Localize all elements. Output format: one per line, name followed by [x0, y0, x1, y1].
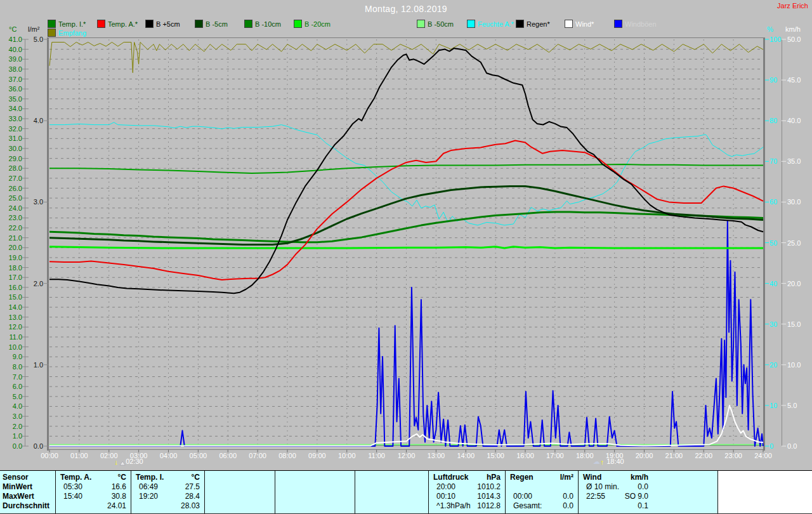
legend-item-empfang: Empfang: [48, 29, 86, 37]
axis-tick-label: 19.0: [9, 254, 22, 261]
event-marker-time: 18:40: [606, 458, 624, 465]
axis-tick-label: 23:00: [724, 452, 742, 459]
table-cell-temp_i: 06:4927.5: [131, 482, 204, 491]
axis-tick-label: 14.0: [9, 303, 22, 311]
temp-axis-unit: °C: [9, 25, 16, 33]
table-col-empty2: [275, 471, 355, 513]
axis-tick-label: 15:00: [487, 452, 504, 459]
axis-tick-label: 35.0: [787, 157, 801, 165]
axis-tick-label: 21.0: [9, 234, 22, 242]
table-cell-empty1: [205, 492, 275, 501]
axis-tick-label: 22.0: [9, 224, 22, 232]
legend-chip-boen-icon: [614, 20, 622, 28]
table-cell-regen: [506, 482, 578, 491]
legend-chip-feuchte-icon: [467, 20, 475, 28]
table-col-row-headers: SensorMinWertMaxWertDurchschnitt: [0, 471, 56, 513]
legend-label-b_m20: B -20cm: [304, 20, 331, 28]
table-row-header: Durchschnitt: [0, 501, 55, 510]
series-temp_a: [49, 141, 763, 280]
legend-label-temp_a: Temp. A.*: [108, 20, 138, 28]
table-cell-empty3: [355, 492, 428, 501]
axis-tick-label: 37.0: [9, 76, 22, 83]
axis-tick-label: 20:00: [636, 452, 653, 459]
legend-item-b_m50: B -50cm: [417, 20, 454, 28]
series-b_m20: [49, 247, 763, 248]
legend-item-wind: Wind*: [565, 20, 594, 28]
axis-tick-label: 39.0: [9, 55, 22, 63]
plot-border-left: [47, 37, 49, 451]
axis-tick-label: 35.0: [9, 95, 22, 103]
summary-table: SensorMinWertMaxWertDurchschnittTemp. A.…: [0, 470, 812, 514]
axis-tick-label: 4.0: [34, 117, 43, 124]
axis-tick-label: 7.0: [13, 373, 22, 381]
axis-tick-label: 22:00: [695, 452, 712, 459]
axis-tick-label: 34.0: [9, 105, 22, 112]
axis-tick-label: 10.0: [9, 343, 22, 351]
table-col-header: [205, 473, 275, 482]
table-cell-wind: Ø 10 min.0.0: [579, 482, 717, 491]
axis-tick-label: 17:00: [546, 452, 564, 459]
weather-day-chart-page: Montag, 12.08.2019 Jarz Erich Temp. I.*T…: [0, 0, 812, 514]
table-cell-empty2: [275, 492, 355, 501]
table-cell-temp_a: 15:4030.8: [56, 492, 131, 501]
table-col-header: Windkm/h: [579, 473, 717, 482]
axis-tick-label: 41.0: [9, 36, 22, 43]
axis-tick-label: 36.0: [9, 85, 22, 93]
table-col-empty1: [205, 471, 275, 513]
axis-tick-label: 09:00: [308, 452, 326, 459]
legend-chip-b_m50-icon: [417, 20, 425, 28]
table-cell-temp_a: 05:3016.6: [56, 482, 131, 491]
axis-tick-label: 0.0: [34, 442, 43, 450]
table-cell-regen: 00:000.0: [506, 492, 578, 501]
axis-tick-label: 38.0: [9, 65, 22, 73]
table-cell-luftdruck: ^1.3hPa/h1012.8: [429, 501, 505, 510]
axis-tick-label: 11:00: [368, 452, 385, 459]
legend-label-b_p5: B +5cm: [156, 20, 180, 28]
wind-axis-unit: km/h: [785, 25, 801, 33]
axis-tick-label: 1.0: [34, 361, 43, 369]
axis-tick-label: 29.0: [9, 155, 22, 162]
table-row-header: MaxWert: [0, 492, 55, 501]
humidity-axis-unit: %: [767, 25, 773, 33]
axis-tick-label: 25.0: [787, 239, 801, 247]
axis-tick-label: 17.0: [9, 273, 22, 281]
legend-label-feuchte: Feuchte A.*: [478, 20, 514, 28]
axis-tick-label: 50.0: [787, 36, 801, 43]
legend-chip-b_p5-icon: [145, 20, 154, 28]
axis-tick-label: 31.0: [9, 135, 22, 142]
legend-label-b_m10: B -10cm: [255, 20, 281, 28]
table-cell-wind: 0.1: [579, 501, 717, 510]
axis-tick-label: 11.0: [9, 333, 22, 341]
legend-item-regen: Regen*: [516, 20, 550, 28]
table-cell-wind: 22:55SO 9.0: [579, 492, 717, 501]
axis-tick-label: 04:00: [160, 452, 178, 459]
axis-tick-label: 26.0: [9, 185, 22, 192]
table-cell-temp_i: 19:2028.4: [131, 492, 204, 501]
table-col-header: Temp. I.°C: [131, 473, 204, 482]
axis-tick-label: 100: [769, 36, 781, 43]
table-col-wind: Windkm/hØ 10 min.0.022:55SO 9.00.1: [579, 471, 718, 513]
axis-tick-label: 3.0: [13, 412, 22, 420]
axis-tick-label: 30.0: [787, 198, 801, 206]
axis-tick-label: 8.0: [13, 363, 22, 371]
axis-tick-label: 20.0: [787, 280, 801, 287]
rain-axis-unit: l/m²: [28, 25, 39, 33]
table-cell-empty3: [355, 482, 428, 491]
axis-tick-label: 6.0: [13, 383, 22, 390]
legend-chip-empfang-icon: [48, 29, 56, 37]
axis-tick-label: 06:00: [219, 452, 237, 459]
axis-tick-label: 21:00: [665, 452, 683, 459]
axis-tick-label: 5.0: [13, 393, 22, 400]
table-col-header: LuftdruckhPa: [429, 473, 505, 482]
legend-label-temp_i: Temp. I.*: [58, 20, 86, 28]
axis-tick-label: 9.0: [13, 353, 22, 360]
axis-tick-label: 20.0: [9, 244, 22, 251]
table-row-header: MinWert: [0, 482, 55, 491]
table-col-temp_a: Temp. A.°C05:3016.615:4030.824.01: [56, 471, 131, 513]
axis-tick-label: 1.0: [13, 432, 22, 440]
axis-tick-label: 20: [769, 361, 777, 369]
axis-tick-label: 4.0: [13, 402, 22, 410]
table-filler: [718, 471, 812, 513]
axis-tick-label: 30.0: [9, 145, 22, 152]
event-marker-shape-icon: [120, 461, 125, 465]
